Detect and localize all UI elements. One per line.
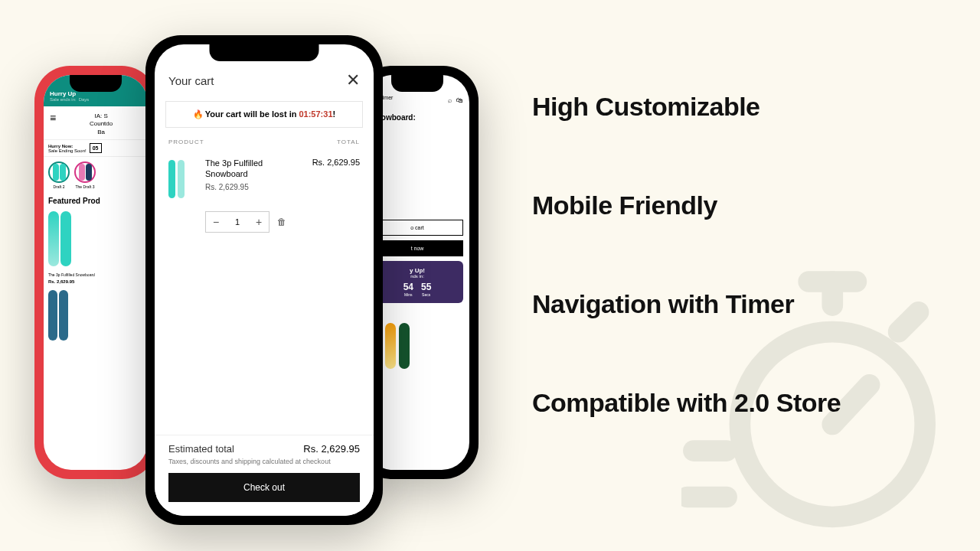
product-price: Rs. 2,629.95 xyxy=(48,279,143,284)
hurry-day-box: 05 xyxy=(90,143,102,153)
snowboard-icon xyxy=(178,160,185,198)
notch-icon xyxy=(210,44,319,61)
phone-stage: Hurry Up Sale ends in: Days ≡ IA: S Coun… xyxy=(34,35,494,525)
featured-heading: Featured Prod xyxy=(44,191,148,207)
phone-center-frame: Your cart ✕ 🔥Your cart will be lost in 0… xyxy=(145,35,383,525)
page-title: IA: S Countdo Ba xyxy=(60,112,142,136)
buy-now-button[interactable]: t now xyxy=(371,240,463,256)
cart-note: Taxes, discounts and shipping calculated… xyxy=(168,458,360,465)
add-to-cart-button[interactable]: o cart xyxy=(371,220,463,236)
cart-item-total: Rs. 2,629.95 xyxy=(312,158,360,167)
phone-left-frame: Hurry Up Sale ends in: Days ≡ IA: S Coun… xyxy=(34,66,157,479)
col-total: TOTAL xyxy=(337,139,360,145)
cart-item-image xyxy=(168,158,198,201)
hurry-bar: Hurry Now: Sale Ending Soon! 05 xyxy=(44,139,148,157)
feature-1: High Customizable xyxy=(532,92,841,122)
feature-4: Compatible with 2.0 Store xyxy=(532,388,841,418)
draft-item[interactable]: The Draft 3 xyxy=(74,161,96,189)
snowboard-icon xyxy=(399,323,410,369)
cart-title: Your cart xyxy=(168,74,214,87)
search-icon[interactable]: ⌕ xyxy=(448,96,452,104)
fire-icon: 🔥 xyxy=(193,109,204,119)
sale-banner-sub: Sale ends in: xyxy=(50,97,77,102)
qty-value: 1 xyxy=(226,217,249,227)
svg-line-3 xyxy=(899,312,919,332)
snowboard-icon xyxy=(48,290,57,341)
qty-decrease-button[interactable]: − xyxy=(206,212,226,232)
draft-item[interactable]: Draft 2 xyxy=(48,161,70,189)
snowboard-icon xyxy=(59,290,68,341)
draft-list: Draft 2 The Draft 3 xyxy=(44,157,148,191)
snowboard-icon xyxy=(60,211,71,266)
sale-banner-unit: Days xyxy=(79,97,90,102)
cart-item-name: The 3p Fulfilled Snowboard xyxy=(205,158,305,180)
cart-item-unit-price: Rs. 2,629.95 xyxy=(205,183,305,191)
notch-icon xyxy=(391,75,443,92)
cart-icon[interactable]: 🛍 xyxy=(456,96,463,104)
quantity-stepper[interactable]: − 1 + xyxy=(205,211,270,233)
cart-warning-banner: 🔥Your cart will be lost in 01:57:31! xyxy=(165,101,363,128)
snowboard-icon xyxy=(48,211,59,266)
cart-footer: Estimated total Rs. 2,629.95 Taxes, disc… xyxy=(155,435,374,516)
timer-secs: 55 xyxy=(421,282,431,292)
countdown-widget: y Up! nds in: 54 Mins 55 Secs xyxy=(371,261,463,303)
menu-icon[interactable]: ≡ xyxy=(50,112,56,123)
snowboard-icon xyxy=(168,160,175,198)
feature-2: Mobile Friendly xyxy=(532,191,841,220)
cart-item: The 3p Fulfilled Snowboard Rs. 2,629.95 … xyxy=(155,150,374,208)
cart-columns: PRODUCT TOTAL xyxy=(155,135,374,150)
feature-3: Navigation with Timer xyxy=(532,289,841,319)
estimated-total-amount: Rs. 2,629.95 xyxy=(303,443,360,455)
product-name: The 3p Fulfilled Snowboard xyxy=(48,272,143,277)
product-card[interactable]: The 3p Fulfilled Snowboard Rs. 2,629.95 xyxy=(44,207,148,287)
qty-increase-button[interactable]: + xyxy=(249,212,269,232)
timer-mins: 54 xyxy=(403,282,413,292)
snowboard-icon xyxy=(385,323,396,369)
estimated-total-label: Estimated total xyxy=(168,443,234,455)
product-card[interactable] xyxy=(44,287,148,344)
checkout-button[interactable]: Check out xyxy=(168,473,360,502)
close-icon[interactable]: ✕ xyxy=(346,70,360,90)
col-product: PRODUCT xyxy=(168,139,204,145)
feature-list: High Customizable Mobile Friendly Naviga… xyxy=(532,92,841,418)
cart-timer: 01:57:31 xyxy=(299,109,332,119)
remove-item-icon[interactable]: 🗑 xyxy=(277,217,286,227)
notch-icon xyxy=(70,75,122,92)
